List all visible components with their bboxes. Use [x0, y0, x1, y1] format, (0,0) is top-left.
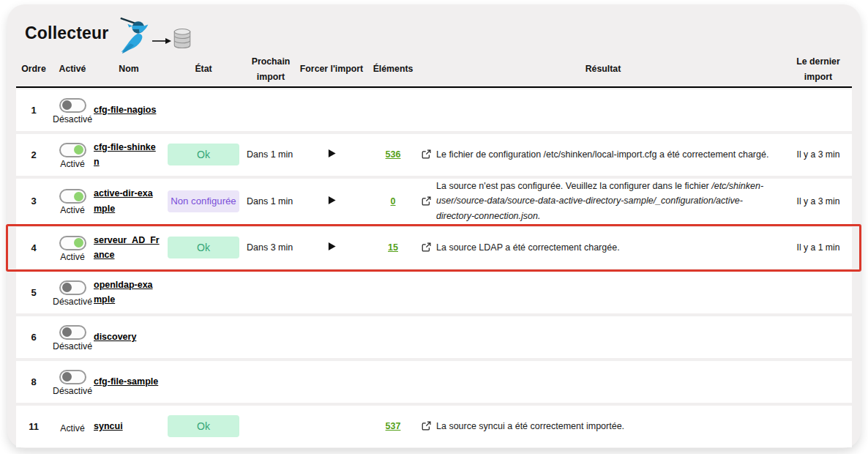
active-label: Désactivé [53, 386, 92, 396]
header-prochain-import: Prochain import [243, 54, 299, 85]
source-name-link[interactable]: syncui [94, 419, 123, 434]
toggle-knob [74, 145, 83, 155]
state-badge: Non configurée [168, 190, 239, 212]
toggle-knob [62, 372, 72, 382]
last-import-text: Il y a 3 min [797, 149, 840, 160]
header-resultat: Résultat [422, 62, 785, 77]
next-import-text: Dans 1 min [247, 149, 293, 160]
row-order: 8 [31, 376, 36, 387]
active-toggle[interactable] [59, 236, 86, 250]
row-order: 6 [31, 332, 36, 343]
elements-count-link[interactable]: 537 [386, 421, 401, 431]
shinken-ninja-icon [117, 16, 154, 59]
active-label: Désactivé [53, 297, 92, 307]
active-label: Activé [60, 205, 85, 215]
header-active: Activé [51, 62, 94, 77]
state-badge: Ok [168, 237, 239, 258]
table-row: 4Activéserveur_AD_FranceOkDans 3 min15La… [16, 227, 852, 269]
source-name-link[interactable]: cfg-file-nagios [94, 103, 156, 118]
database-icon [173, 28, 192, 52]
result-text: La source syncui a été correctement impo… [436, 419, 624, 434]
row-order: 4 [31, 242, 36, 253]
row-order: 11 [29, 421, 39, 432]
active-label: Activé [60, 252, 85, 262]
row-order: 3 [31, 196, 36, 206]
header-elements: Éléments [364, 62, 422, 77]
state-badge: Ok [168, 144, 239, 165]
page-header: Collecteur [16, 13, 852, 54]
toggle-knob [74, 238, 83, 248]
result-text: La source n'est pas configurée. Veuillez… [436, 179, 777, 224]
last-import-text: Il y a 1 min [797, 242, 840, 253]
row-order: 5 [31, 287, 36, 298]
header-etat: État [164, 62, 243, 77]
elements-count-link[interactable]: 0 [391, 196, 396, 206]
table-row: 3Activéactive-dir-exampleNon configuréeD… [16, 179, 852, 224]
row-order: 2 [31, 149, 36, 160]
elements-count-link[interactable]: 15 [388, 242, 398, 253]
active-label: Désactivé [53, 341, 92, 351]
toggle-knob [62, 100, 72, 110]
force-import-button[interactable] [324, 240, 340, 255]
header-nom: Nom [94, 62, 164, 77]
result-text: Le fichier de configuration /etc/shinken… [436, 147, 768, 163]
active-toggle[interactable] [59, 325, 86, 340]
table-row: 5Désactivéopenldap-example [16, 272, 852, 313]
external-link-icon[interactable] [422, 149, 431, 159]
external-link-icon[interactable] [422, 196, 431, 206]
table-row: 6Désactivédiscovery [16, 316, 852, 358]
header-forcer-import: Forcer l'import [299, 62, 364, 77]
external-link-icon[interactable] [422, 242, 431, 252]
source-name-link[interactable]: openldap-example [94, 278, 160, 308]
next-import-text: Dans 1 min [247, 196, 293, 206]
state-badge: Ok [168, 415, 239, 437]
table-body: 1Désactivécfg-file-nagios2Activécfg-file… [16, 89, 852, 447]
row-order: 1 [31, 105, 36, 116]
active-toggle[interactable] [59, 189, 86, 204]
result-text: La source LDAP a été correctement chargé… [436, 240, 620, 256]
toggle-knob [62, 327, 72, 337]
toggle-knob [74, 192, 83, 201]
table-header: Ordre Activé Nom État Prochain import Fo… [16, 54, 852, 88]
source-name-link[interactable]: cfg-file-shinken [94, 140, 160, 170]
active-label: Activé [60, 423, 85, 433]
active-toggle[interactable] [59, 143, 86, 157]
source-name-link[interactable]: serveur_AD_France [94, 233, 160, 263]
active-toggle[interactable] [59, 370, 86, 384]
play-icon [327, 242, 337, 253]
active-label: Désactivé [53, 114, 92, 124]
toggle-knob [62, 283, 72, 292]
next-import-text: Dans 3 min [247, 242, 293, 253]
table-row: 8Désactivécfg-file-sample [16, 361, 852, 403]
table-row: 1Désactivécfg-file-nagios [16, 89, 852, 131]
play-icon [327, 196, 337, 207]
active-toggle[interactable] [59, 98, 86, 113]
force-import-button[interactable] [324, 194, 340, 209]
page-title: Collecteur [25, 23, 108, 43]
active-label: Activé [60, 159, 85, 169]
elements-count-link[interactable]: 536 [386, 149, 401, 160]
play-icon [327, 149, 337, 160]
source-name-link[interactable]: cfg-file-sample [94, 374, 158, 390]
table-row: 11ActivésyncuiOk537La source syncui a ét… [16, 406, 852, 447]
source-name-link[interactable]: active-dir-example [94, 186, 160, 216]
header-ordre: Ordre [16, 62, 51, 77]
last-import-text: Il y a 3 min [797, 196, 840, 206]
active-toggle[interactable] [59, 280, 86, 295]
arrow-icon [152, 34, 171, 48]
source-name-link[interactable]: discovery [94, 330, 136, 345]
force-import-button[interactable] [324, 147, 340, 162]
table-row: 2Activécfg-file-shinkenOkDans 1 min536Le… [16, 134, 852, 176]
header-dernier-import: Le dernier import [785, 54, 852, 85]
external-link-icon[interactable] [422, 421, 431, 431]
collector-panel: Collecteur [7, 4, 861, 448]
